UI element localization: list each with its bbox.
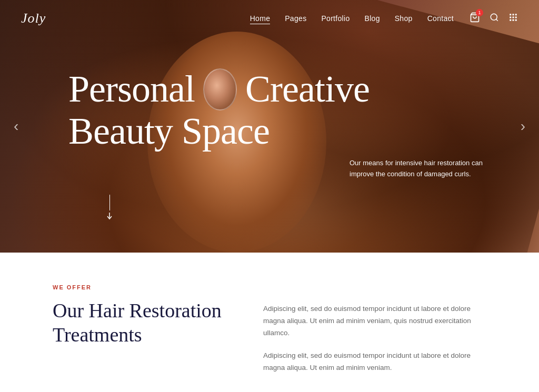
site-logo[interactable]: Joly: [21, 11, 46, 26]
nav-links: Home Pages Portfolio Blog Shop Contact: [250, 14, 454, 23]
nav-item-blog[interactable]: Blog: [365, 14, 380, 23]
svg-line-2: [496, 19, 497, 21]
svg-rect-10: [513, 19, 514, 21]
nav-link-contact[interactable]: Contact: [427, 14, 454, 23]
svg-rect-5: [515, 14, 517, 15]
hero-content: Personal Creative Beauty Space: [68, 68, 370, 152]
svg-rect-9: [510, 19, 511, 21]
svg-rect-3: [510, 14, 511, 15]
svg-rect-7: [513, 17, 514, 18]
hero-title-creative: Creative: [245, 68, 370, 110]
prev-slide-button[interactable]: ‹: [8, 113, 24, 140]
svg-rect-8: [515, 17, 517, 18]
next-slide-button[interactable]: ›: [515, 113, 531, 140]
nav-link-blog[interactable]: Blog: [365, 14, 380, 23]
nav-item-contact[interactable]: Contact: [427, 14, 454, 23]
nav-item-shop[interactable]: Shop: [395, 14, 413, 23]
nav-link-portfolio[interactable]: Portfolio: [321, 14, 350, 23]
hero-title-line1: Personal Creative: [68, 68, 370, 110]
hero-thumbnail: [203, 68, 237, 110]
offer-title: Our Hair Restoration Treatments: [53, 299, 232, 347]
scroll-down-arrow[interactable]: [105, 195, 114, 221]
svg-rect-11: [515, 19, 517, 21]
offer-paragraph-1: Adipiscing elit, sed do euismod tempor i…: [263, 303, 486, 339]
offer-section: WE OFFER Our Hair Restoration Treatments…: [0, 253, 539, 392]
offer-paragraph-2: Adipiscing elit, sed do euismod tempor i…: [263, 350, 486, 374]
nav-link-home[interactable]: Home: [250, 14, 271, 24]
offer-tag: WE OFFER: [53, 284, 232, 290]
grid-icon[interactable]: [508, 13, 518, 24]
hero-description: Our means for intensive hair restoration…: [350, 158, 486, 180]
hero-section: Personal Creative Beauty Space Our means…: [0, 0, 539, 253]
search-icon[interactable]: [490, 13, 499, 24]
cart-icon[interactable]: 1: [470, 12, 480, 25]
nav-item-home[interactable]: Home: [250, 14, 271, 23]
offer-left-column: WE OFFER Our Hair Restoration Treatments: [53, 284, 232, 347]
cart-badge: 1: [476, 9, 483, 16]
navbar: Joly Home Pages Portfolio Blog Shop Cont…: [0, 0, 539, 37]
nav-icons: 1: [470, 12, 518, 25]
nav-item-portfolio[interactable]: Portfolio: [321, 14, 350, 23]
svg-rect-6: [510, 17, 511, 18]
nav-link-pages[interactable]: Pages: [285, 14, 306, 23]
hero-title: Personal Creative Beauty Space: [68, 68, 370, 152]
offer-right-column: Adipiscing elit, sed do euismod tempor i…: [263, 284, 486, 385]
hero-title-personal: Personal: [68, 68, 195, 110]
svg-point-1: [491, 14, 497, 20]
nav-item-pages[interactable]: Pages: [285, 14, 306, 23]
nav-link-shop[interactable]: Shop: [395, 14, 413, 23]
hero-title-beauty-space: Beauty Space: [68, 110, 370, 152]
svg-rect-4: [513, 14, 514, 15]
